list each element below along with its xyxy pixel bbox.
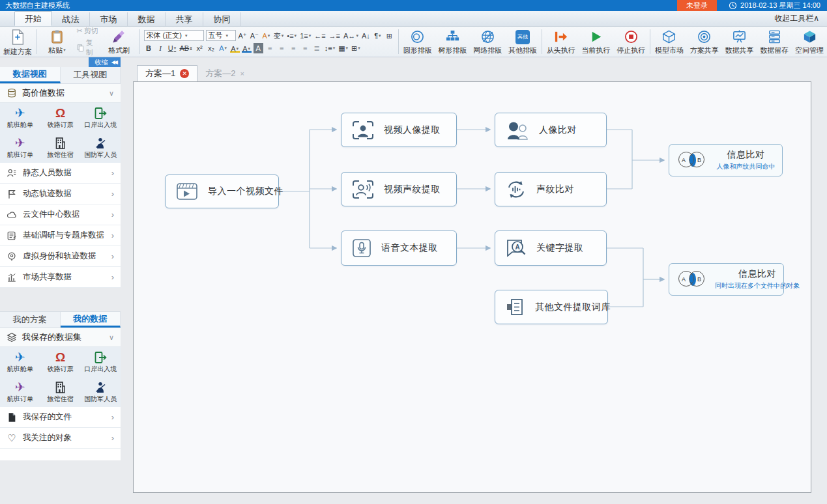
ribbon-tab-data[interactable]: 数据 [128,12,166,26]
table-button[interactable]: ⊞ [384,31,394,41]
change-case-button[interactable]: 变 [273,31,285,41]
plan-tab-1[interactable]: 方案—1 ✕ [137,65,197,81]
tab-data-view[interactable]: 数据视图 [0,67,61,83]
dataset-military-personnel[interactable]: 国防军人员 [80,133,121,163]
node-video-voiceprint-extract[interactable]: 视频声纹提取 [341,172,457,206]
dataset-flight-order[interactable]: ✈ 航班订单 [0,133,40,163]
show-marks-button[interactable]: ¶ [373,31,383,41]
node-info-compare-bottom[interactable]: A B 信息比对 同时出现在多个文件中的对象 [669,263,784,296]
node-face-compare[interactable]: 人像比对 [495,113,607,147]
superscript-button[interactable]: x² [195,43,205,53]
tab-my-plans[interactable]: 我的方案 [0,312,61,328]
dataset-hotel-stay[interactable]: 旅馆住宿 [40,377,81,407]
category-cloud-files[interactable]: 云文件中心数据 › [0,204,121,225]
close-tab-icon[interactable]: × [240,70,244,77]
node-video-face-extract[interactable]: 视频人像提取 [341,113,457,147]
distribute-text-button[interactable]: A↔ [343,31,359,41]
text-effects-button[interactable]: A [218,43,228,53]
node-info-compare-top[interactable]: A B 信息比对 人像和声纹共同命中 [669,144,783,176]
category-dynamic-track[interactable]: 动态轨迹数据 › [0,184,121,204]
my-saved-files[interactable]: 我保存的文件 › [0,407,121,428]
close-tab-icon[interactable]: ✕ [180,69,189,78]
tab-my-data[interactable]: 我的数据 [61,312,121,328]
font-name-select[interactable]: 宋体 (正文) [144,30,204,41]
highlight-color-button[interactable]: A [230,44,240,53]
grow-font-button[interactable]: A⁺ [238,31,248,41]
numbering-button[interactable]: 1≡ [299,31,312,41]
bold-button[interactable]: B [144,43,154,53]
align-right-button[interactable]: ≡ [289,43,298,53]
italic-button[interactable]: I [156,43,166,53]
run-from-start-button[interactable]: 从头执行 [544,27,579,57]
char-shading-button[interactable]: A [254,43,263,53]
plan-share-button[interactable]: 方案共享 [687,27,722,57]
data-retention-button[interactable]: 数据留存 [757,27,792,57]
node-voiceprint-compare[interactable]: 声纹比对 [495,172,607,206]
format-painter-button[interactable]: 格式刷 [102,28,137,55]
underline-button[interactable]: U [167,43,177,53]
category-research-library[interactable]: 基础调研与专题库数据 › [0,225,121,246]
model-market-button[interactable]: 模型市场 [652,27,687,57]
shading-button[interactable]: ▦ [338,43,349,53]
stop-run-button[interactable]: 停止执行 [613,27,648,57]
subscript-button[interactable]: x₂ [207,43,216,53]
plan-tab-2[interactable]: 方案—2 × [197,65,252,81]
align-left-button[interactable]: ≡ [265,43,275,53]
shrink-font-button[interactable]: A⁻ [250,31,259,41]
category-virtual-identity[interactable]: 虚拟身份和轨迹数据 › [0,246,121,267]
increase-indent-button[interactable]: →≡ [328,31,341,41]
my-tabs: 我的方案 我的数据 [0,311,121,328]
my-followed-objects[interactable]: ♡ 我关注的对象 › [0,428,121,449]
ribbon-tab-share[interactable]: 共享 [166,12,203,26]
justify-button[interactable]: ≡ [300,43,310,53]
dataset-flight-manifest[interactable]: ✈ 航班舱单 [0,347,40,377]
dataset-military-personnel[interactable]: 国防军人员 [80,377,121,407]
run-current-button[interactable]: 当前执行 [579,27,614,57]
decrease-indent-button[interactable]: ←≡ [313,31,326,41]
line-spacing-button[interactable]: ↕≡ [324,43,336,53]
node-other-files-lexicon[interactable]: 其他文件提取词库 [495,290,608,324]
saved-datasets-header[interactable]: 我保存的数据集 ∨ [0,328,121,347]
paste-button[interactable]: 粘贴 [40,28,75,55]
cut-button[interactable]: ✂ 剪切 [76,26,99,36]
circle-layout-button[interactable]: 圆形排版 [400,27,435,57]
ribbon-tab-market[interactable]: 市场 [90,12,128,26]
ribbon-tab-collab[interactable]: 协同 [203,12,241,26]
align-center-button[interactable]: ≡ [277,43,287,53]
network-layout-button[interactable]: 网络排版 [470,27,505,57]
dataset-hotel-stay[interactable]: 旅馆住宿 [40,133,81,163]
dataset-rail-ticket[interactable]: Ω 铁路订票 [40,347,81,377]
category-static-personnel[interactable]: 静态人员数据 › [0,163,121,184]
dispersed-align-button[interactable]: ≣ [312,43,322,53]
new-plan-button[interactable]: 新建方案 [0,27,35,57]
sidebar-collapse-button[interactable]: 收缩 ◀◀ [89,57,121,67]
node-import-video[interactable]: 导入一个视频文件 [165,175,279,208]
node-speech-text-extract[interactable]: 语音文本提取 [341,231,457,266]
category-market-shared[interactable]: 市场共享数据 › [0,267,121,288]
high-value-data-header[interactable]: 高价值数据 ∨ [0,84,121,103]
dataset-border-entry[interactable]: 口岸出入境 [80,347,121,377]
space-management-button[interactable]: 空间管理 [792,27,827,57]
font-color-button[interactable]: A [242,44,252,53]
dataset-border-entry[interactable]: 口岸出入境 [80,103,121,133]
ribbon-tab-start[interactable]: 开始 [14,11,52,26]
sort-button[interactable]: A↓ [361,31,371,41]
flow-canvas[interactable]: 导入一个视频文件 视频人像提取 视频声纹提取 [133,81,811,493]
borders-button[interactable]: ⊞ [351,43,361,53]
other-layout-button[interactable]: 其他 其他排版 [505,27,540,57]
strikethrough-button[interactable]: AB [179,43,193,53]
ribbon-tab-tactics[interactable]: 战法 [52,12,90,26]
copy-button[interactable]: 复制 [76,38,99,57]
data-share-button[interactable]: 数据共享 [722,27,757,57]
tree-layout-button[interactable]: 树形排版 [435,27,471,57]
font-size-select[interactable]: 五号 [206,30,236,41]
node-keyword-extract[interactable]: A 关键字提取 [495,231,607,266]
dataset-flight-manifest[interactable]: ✈ 航班舱单 [0,103,40,133]
pinyin-guide-button[interactable]: A [261,31,271,41]
dataset-flight-order[interactable]: ✈ 航班订单 [0,377,40,407]
collapse-toolbar-button[interactable]: 收起工具栏∧ [774,13,827,26]
bullets-button[interactable]: •≡ [286,31,297,41]
login-status-badge[interactable]: 未登录 [677,0,717,11]
dataset-rail-ticket[interactable]: Ω 铁路订票 [40,103,81,133]
tab-tool-view[interactable]: 工具视图 [61,67,121,83]
